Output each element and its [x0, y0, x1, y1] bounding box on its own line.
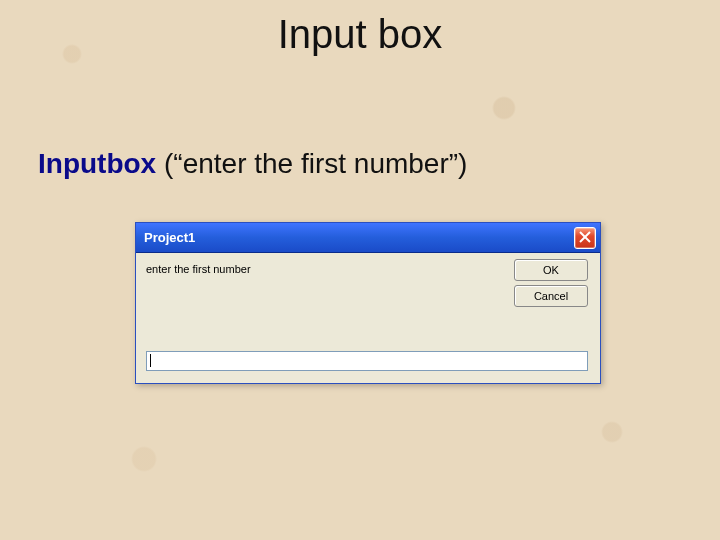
slide-title: Input box: [0, 12, 720, 57]
dialog-client-area: enter the first number OK Cancel: [136, 253, 600, 383]
ok-button[interactable]: OK: [514, 259, 588, 281]
inputbox-dialog: Project1 enter the first number OK Cance…: [135, 222, 601, 384]
dialog-titlebar[interactable]: Project1: [136, 223, 600, 253]
code-function-name: Inputbox: [38, 148, 156, 179]
code-example: Inputbox (“enter the first number”): [38, 148, 467, 180]
dialog-prompt: enter the first number: [146, 263, 466, 275]
code-arguments: (“enter the first number”): [156, 148, 467, 179]
close-icon: [579, 231, 591, 246]
input-field[interactable]: [146, 351, 588, 371]
dialog-title: Project1: [144, 230, 195, 245]
cancel-button[interactable]: Cancel: [514, 285, 588, 307]
close-button[interactable]: [574, 227, 596, 249]
text-caret: [150, 354, 151, 367]
